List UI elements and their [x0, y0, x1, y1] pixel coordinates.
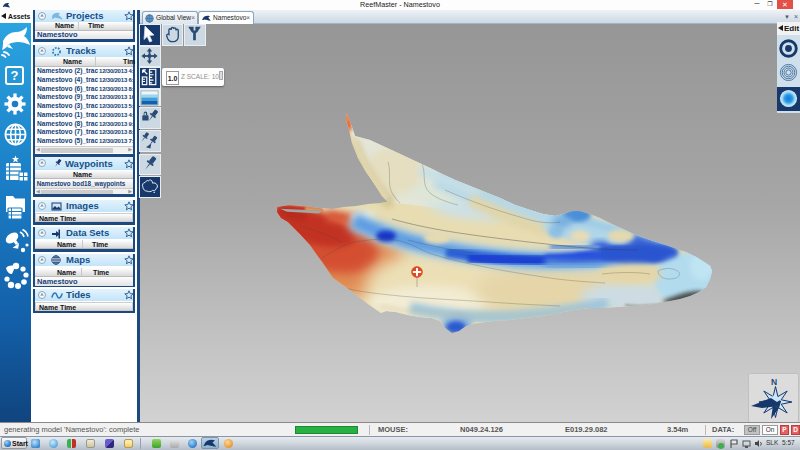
svg-text:N: N — [771, 377, 777, 387]
